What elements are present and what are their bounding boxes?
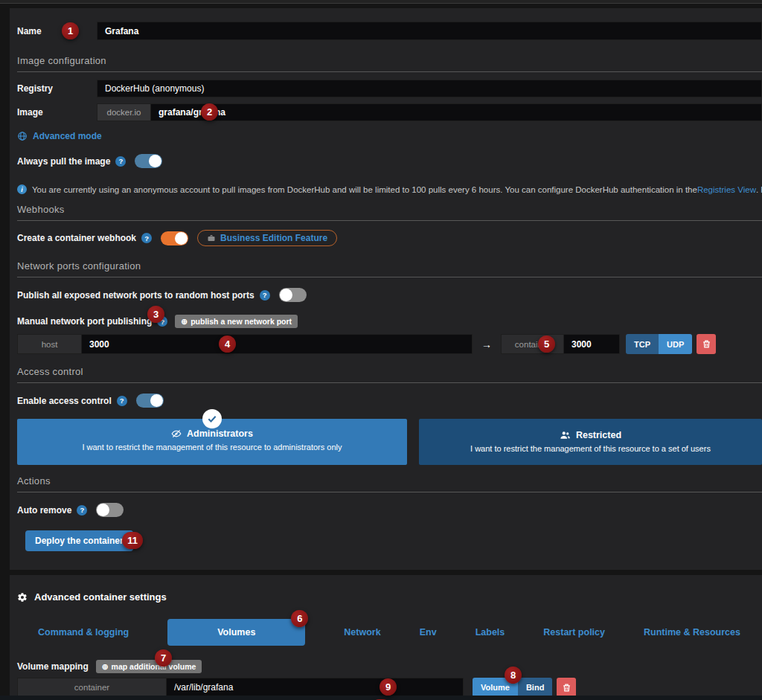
section-access-control: Access control xyxy=(17,366,762,383)
trash-icon xyxy=(562,683,572,693)
gear-icon xyxy=(17,592,28,603)
volume-container-row: container Volume Bind 9 8 xyxy=(17,678,762,697)
restricted-title: Restricted xyxy=(576,430,621,440)
tab-volumes[interactable]: Volumes 6 xyxy=(167,619,305,646)
toggle-knob xyxy=(175,232,188,245)
section-actions: Actions xyxy=(17,475,762,492)
container-path-input[interactable] xyxy=(166,678,464,697)
help-icon[interactable]: ? xyxy=(117,396,127,406)
registry-row: Registry DockerHub (anonymous) xyxy=(17,80,762,97)
name-label: Name xyxy=(17,26,97,36)
tab-volumes-label: Volumes xyxy=(217,627,255,638)
selected-check-icon xyxy=(202,409,222,428)
help-icon[interactable]: ? xyxy=(141,233,152,243)
help-icon[interactable]: ? xyxy=(77,505,87,516)
udp-button[interactable]: UDP xyxy=(659,334,692,354)
container-port-input[interactable] xyxy=(563,334,620,354)
volume-mapping-row: Volume mapping ⊕ map additional volume 7 xyxy=(17,660,762,673)
step-badge-11: 11 xyxy=(122,532,143,549)
top-strip xyxy=(0,0,762,4)
image-row: Image docker.io 2 xyxy=(17,103,762,121)
help-icon[interactable]: ? xyxy=(115,156,126,167)
image-label: Image xyxy=(17,107,97,118)
webhook-row: Create a container webhook ? Business Ed… xyxy=(17,230,762,246)
plus-circle-icon: ⊕ xyxy=(181,317,188,326)
registry-value: DockerHub (anonymous) xyxy=(105,83,204,94)
advanced-settings-title-row: Advanced container settings xyxy=(17,591,762,603)
users-icon xyxy=(560,430,571,440)
step-badge-4: 4 xyxy=(219,335,236,353)
delete-port-button[interactable] xyxy=(697,334,716,354)
registry-label: Registry xyxy=(17,83,97,94)
add-volume-button-label: map additional volume xyxy=(112,662,196,671)
restricted-description: I want to restrict the management of thi… xyxy=(419,444,762,453)
toggle-knob xyxy=(280,289,292,301)
manual-port-row: Manual network port publishing ? ⊕ publi… xyxy=(17,315,762,328)
plus-circle-icon: ⊕ xyxy=(102,662,109,671)
registry-select[interactable]: DockerHub (anonymous) xyxy=(97,80,762,97)
auto-remove-label: Auto remove xyxy=(17,505,71,516)
tab-network[interactable]: Network xyxy=(344,627,380,638)
toggle-knob xyxy=(97,504,109,516)
webhook-toggle[interactable] xyxy=(161,231,188,245)
advanced-settings-title: Advanced container settings xyxy=(34,591,167,603)
auto-remove-row: Auto remove ? xyxy=(17,503,762,517)
tab-runtime-resources[interactable]: Runtime & Resources xyxy=(644,627,740,638)
add-port-button[interactable]: ⊕ publish a new network port xyxy=(175,315,298,328)
toggle-knob xyxy=(150,394,163,407)
notice-text: You are currently using an anonymous acc… xyxy=(32,185,697,194)
access-control-toggle[interactable] xyxy=(136,394,164,408)
administrators-title: Administrators xyxy=(187,428,253,439)
add-port-button-label: publish a new network port xyxy=(190,317,292,326)
arrow-right-icon: → xyxy=(481,338,492,350)
tab-restart-policy[interactable]: Restart policy xyxy=(543,627,605,638)
publish-all-toggle[interactable] xyxy=(279,288,307,302)
tcp-button[interactable]: TCP xyxy=(626,334,659,354)
section-network-ports: Network ports configuration xyxy=(17,260,762,277)
help-icon[interactable]: ? xyxy=(260,290,270,301)
manual-publish-label: Manual network port publishing xyxy=(17,316,152,327)
enable-access-label: Enable access control xyxy=(17,396,112,406)
settings-tabs: Command & logging Volumes 6 Network Env … xyxy=(17,619,761,646)
administrators-description: I want to restrict the management of thi… xyxy=(17,443,407,452)
step-badge-6: 6 xyxy=(291,610,308,627)
tab-command-logging[interactable]: Command & logging xyxy=(38,627,129,638)
registries-view-link[interactable]: Registries View xyxy=(697,185,756,194)
section-image-configuration: Image configuration xyxy=(17,55,762,72)
deploy-button[interactable]: Deploy the container xyxy=(25,530,133,551)
step-badge-2: 2 xyxy=(201,103,218,121)
deploy-row: Deploy the container 11 xyxy=(25,530,762,551)
trash-icon xyxy=(702,339,711,349)
bind-type-button[interactable]: Bind xyxy=(518,678,552,697)
add-volume-button[interactable]: ⊕ map additional volume xyxy=(96,660,202,673)
tab-env[interactable]: Env xyxy=(420,627,437,638)
business-edition-badge: Business Edition Feature xyxy=(197,230,337,246)
volume-mapping-label: Volume mapping xyxy=(17,661,89,672)
always-pull-label: Always pull the image xyxy=(17,156,110,167)
webhook-label: Create a container webhook xyxy=(17,233,136,243)
step-badge-1: 1 xyxy=(62,22,79,39)
delete-volume-button[interactable] xyxy=(557,678,576,697)
step-badge-8: 8 xyxy=(505,667,522,684)
info-icon: i xyxy=(17,184,27,194)
step-badge-7: 7 xyxy=(155,649,172,667)
advanced-mode-link[interactable]: Advanced mode xyxy=(33,131,102,141)
auto-remove-toggle[interactable] xyxy=(96,503,124,517)
pull-limit-notice: i You are currently using an anonymous a… xyxy=(17,184,762,194)
name-input[interactable] xyxy=(97,22,762,40)
tab-labels[interactable]: Labels xyxy=(476,627,505,638)
restricted-card[interactable]: Restricted I want to restrict the manage… xyxy=(419,419,762,465)
administrators-card[interactable]: Administrators I want to restrict the ma… xyxy=(17,419,407,465)
notice-text-2: . Remaining pulls: xyxy=(756,185,762,194)
step-badge-9: 9 xyxy=(380,678,397,696)
always-pull-toggle[interactable] xyxy=(135,154,162,168)
image-input[interactable] xyxy=(150,103,762,121)
host-port-input[interactable] xyxy=(81,334,473,354)
business-edition-label: Business Edition Feature xyxy=(220,233,327,243)
container-creation-panel: Name 1 Image configuration Registry Dock… xyxy=(10,8,762,570)
port-mapping-row: host 4 → container 5 TCP UDP xyxy=(17,334,762,354)
access-cards: Administrators I want to restrict the ma… xyxy=(17,419,762,465)
image-registry-addon: docker.io xyxy=(97,103,150,121)
step-badge-3: 3 xyxy=(147,306,164,323)
eye-slash-icon xyxy=(171,428,182,439)
